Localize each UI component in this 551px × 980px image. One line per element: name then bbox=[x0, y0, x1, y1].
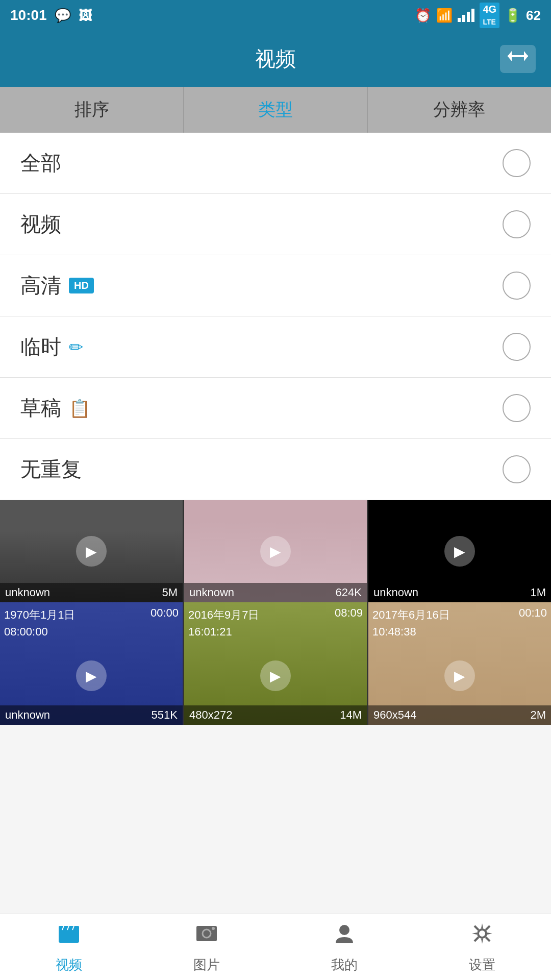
video-info-2: unknown 624K bbox=[184, 583, 367, 602]
image-status-icon: 🖼 bbox=[79, 8, 92, 23]
play-btn-1[interactable]: ▶ bbox=[76, 536, 107, 567]
bottom-nav: 视频 图片 我的 bbox=[0, 914, 551, 980]
chat-icon: 💬 bbox=[55, 8, 71, 23]
video-size-3: 1M bbox=[530, 586, 546, 599]
status-bar: 10:01 💬 🖼 ⏰ 📶 4GLTE 🔋 62 bbox=[0, 0, 551, 31]
video-size-6: 2M bbox=[530, 708, 546, 722]
radio-nodupe[interactable] bbox=[503, 455, 531, 483]
radio-video[interactable] bbox=[503, 210, 531, 238]
radio-hd[interactable] bbox=[503, 272, 531, 300]
video-nav-icon bbox=[56, 921, 82, 952]
signal-bars bbox=[458, 9, 474, 22]
battery-icon: 🔋 bbox=[505, 8, 521, 23]
nav-mine[interactable]: 我的 bbox=[276, 914, 413, 980]
video-size-1: 5M bbox=[162, 586, 178, 599]
video-duration-5: 08:09 bbox=[335, 606, 363, 620]
tab-type[interactable]: 类型 bbox=[184, 87, 367, 133]
video-size-5: 14M bbox=[340, 708, 362, 722]
video-info-4: unknown 551K bbox=[0, 705, 183, 725]
svg-point-10 bbox=[212, 927, 215, 930]
nav-photo-label: 图片 bbox=[193, 956, 220, 974]
tab-sort[interactable]: 排序 bbox=[0, 87, 184, 133]
pencil-icon: ✏ bbox=[69, 337, 83, 357]
video-grid-row2: 1970年1月1日 08:00:00 00:00 ▶ unknown 551K … bbox=[0, 602, 551, 725]
video-name-2: unknown bbox=[189, 586, 234, 599]
video-thumb-2[interactable]: ▶ unknown 624K bbox=[184, 500, 367, 602]
page-title: 视频 bbox=[255, 45, 296, 73]
radio-temp[interactable] bbox=[503, 333, 531, 361]
video-name-1: unknown bbox=[5, 586, 50, 599]
nav-settings[interactable]: 设置 bbox=[413, 914, 551, 980]
switch-view-button[interactable] bbox=[500, 45, 536, 73]
play-btn-3[interactable]: ▶ bbox=[444, 536, 475, 567]
video-name-4: unknown bbox=[5, 708, 50, 722]
svg-point-11 bbox=[339, 925, 349, 935]
status-time: 10:01 bbox=[10, 7, 47, 23]
list-item-video[interactable]: 视频 bbox=[0, 194, 551, 255]
svg-marker-2 bbox=[524, 51, 528, 61]
settings-nav-icon bbox=[469, 921, 495, 952]
network-type: 4GLTE bbox=[480, 3, 499, 28]
play-btn-5[interactable]: ▶ bbox=[260, 660, 291, 691]
status-right: ⏰ 📶 4GLTE 🔋 62 bbox=[415, 3, 541, 28]
draft-icon: 📋 bbox=[69, 398, 90, 419]
video-name-3: unknown bbox=[373, 586, 418, 599]
photo-nav-icon bbox=[194, 921, 219, 952]
video-thumb-6[interactable]: 2017年6月16日 10:48:38 00:10 ▶ 960x544 2M bbox=[368, 602, 551, 725]
video-info-6: 960x544 2M bbox=[368, 705, 551, 725]
video-resolution-5: 480x272 bbox=[189, 708, 232, 722]
nav-settings-label: 设置 bbox=[469, 956, 495, 974]
video-size-4: 551K bbox=[152, 708, 178, 722]
user-nav-icon bbox=[332, 921, 357, 952]
list-item-nodupe[interactable]: 无重复 bbox=[0, 439, 551, 500]
nav-photo[interactable]: 图片 bbox=[138, 914, 276, 980]
list-item-draft[interactable]: 草稿 📋 bbox=[0, 378, 551, 439]
video-duration-6: 00:10 bbox=[519, 606, 547, 620]
video-info-3: unknown 1M bbox=[368, 583, 551, 602]
play-btn-6[interactable]: ▶ bbox=[444, 660, 475, 691]
video-duration-4: 00:00 bbox=[151, 606, 179, 620]
radio-draft[interactable] bbox=[503, 394, 531, 422]
video-resolution-6: 960x544 bbox=[373, 708, 416, 722]
filter-list: 全部 视频 高清 HD 临时 ✏ 草稿 📋 无重复 bbox=[0, 133, 551, 500]
video-date-6: 2017年6月16日 10:48:38 bbox=[372, 606, 450, 640]
svg-marker-1 bbox=[508, 51, 512, 61]
video-date-4: 1970年1月1日 08:00:00 bbox=[4, 606, 75, 640]
video-thumb-1[interactable]: ▶ unknown 5M bbox=[0, 500, 183, 602]
video-thumb-5[interactable]: 2016年9月7日 16:01:21 08:09 ▶ 480x272 14M bbox=[184, 602, 367, 725]
nav-mine-label: 我的 bbox=[331, 956, 358, 974]
svg-rect-3 bbox=[59, 928, 79, 943]
top-bar: 视频 bbox=[0, 31, 551, 87]
wifi-icon: 📶 bbox=[436, 8, 453, 23]
hd-badge: HD bbox=[69, 278, 94, 293]
play-btn-4[interactable]: ▶ bbox=[76, 660, 107, 691]
video-info-1: unknown 5M bbox=[0, 583, 183, 602]
video-date-5: 2016年9月7日 16:01:21 bbox=[188, 606, 259, 640]
video-thumb-3[interactable]: ▶ unknown 1M bbox=[368, 500, 551, 602]
battery-level: 62 bbox=[526, 8, 541, 23]
radio-all[interactable] bbox=[503, 149, 531, 177]
play-btn-2[interactable]: ▶ bbox=[260, 536, 291, 567]
video-thumb-4[interactable]: 1970年1月1日 08:00:00 00:00 ▶ unknown 551K bbox=[0, 602, 183, 725]
nav-video[interactable]: 视频 bbox=[0, 914, 138, 980]
video-size-2: 624K bbox=[336, 586, 362, 599]
video-info-5: 480x272 14M bbox=[184, 705, 367, 725]
clock-icon: ⏰ bbox=[415, 8, 431, 23]
list-item-temp[interactable]: 临时 ✏ bbox=[0, 316, 551, 378]
svg-point-12 bbox=[478, 929, 486, 938]
list-item-all[interactable]: 全部 bbox=[0, 133, 551, 194]
filter-tabs: 排序 类型 分辨率 bbox=[0, 87, 551, 133]
tab-resolution[interactable]: 分辨率 bbox=[368, 87, 551, 133]
status-left: 10:01 💬 🖼 bbox=[10, 7, 92, 23]
nav-video-label: 视频 bbox=[56, 956, 82, 974]
list-item-hd[interactable]: 高清 HD bbox=[0, 255, 551, 316]
video-grid-row1: ▶ unknown 5M ▶ unknown 624K ▶ unknown 1M bbox=[0, 500, 551, 602]
